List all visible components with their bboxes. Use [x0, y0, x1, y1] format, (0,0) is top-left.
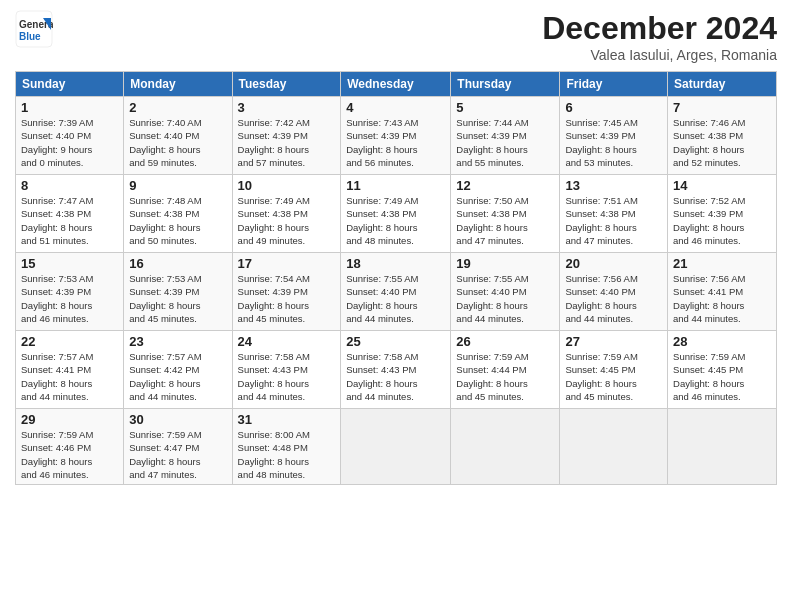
calendar-cell: 22Sunrise: 7:57 AM Sunset: 4:41 PM Dayli… — [16, 331, 124, 409]
day-number: 28 — [673, 334, 771, 349]
calendar-page: General Blue December 2024 Valea Iasului… — [0, 0, 792, 612]
day-info: Sunrise: 7:59 AM Sunset: 4:47 PM Dayligh… — [129, 428, 226, 481]
calendar-cell: 25Sunrise: 7:58 AM Sunset: 4:43 PM Dayli… — [341, 331, 451, 409]
day-info: Sunrise: 7:59 AM Sunset: 4:46 PM Dayligh… — [21, 428, 118, 481]
day-number: 5 — [456, 100, 554, 115]
calendar-cell: 4Sunrise: 7:43 AM Sunset: 4:39 PM Daylig… — [341, 97, 451, 175]
day-number: 9 — [129, 178, 226, 193]
day-number: 3 — [238, 100, 336, 115]
day-number: 26 — [456, 334, 554, 349]
day-info: Sunrise: 7:42 AM Sunset: 4:39 PM Dayligh… — [238, 116, 336, 169]
calendar-weekday-tuesday: Tuesday — [232, 72, 341, 97]
day-info: Sunrise: 7:56 AM Sunset: 4:41 PM Dayligh… — [673, 272, 771, 325]
calendar-week-4: 22Sunrise: 7:57 AM Sunset: 4:41 PM Dayli… — [16, 331, 777, 409]
day-info: Sunrise: 7:39 AM Sunset: 4:40 PM Dayligh… — [21, 116, 118, 169]
day-info: Sunrise: 7:45 AM Sunset: 4:39 PM Dayligh… — [565, 116, 662, 169]
day-number: 21 — [673, 256, 771, 271]
day-info: Sunrise: 7:54 AM Sunset: 4:39 PM Dayligh… — [238, 272, 336, 325]
day-number: 24 — [238, 334, 336, 349]
day-number: 30 — [129, 412, 226, 427]
day-number: 27 — [565, 334, 662, 349]
day-number: 6 — [565, 100, 662, 115]
day-info: Sunrise: 7:47 AM Sunset: 4:38 PM Dayligh… — [21, 194, 118, 247]
calendar-cell: 6Sunrise: 7:45 AM Sunset: 4:39 PM Daylig… — [560, 97, 668, 175]
month-title: December 2024 — [542, 10, 777, 47]
day-number: 29 — [21, 412, 118, 427]
header: General Blue December 2024 Valea Iasului… — [15, 10, 777, 63]
day-info: Sunrise: 7:43 AM Sunset: 4:39 PM Dayligh… — [346, 116, 445, 169]
calendar-cell: 11Sunrise: 7:49 AM Sunset: 4:38 PM Dayli… — [341, 175, 451, 253]
day-info: Sunrise: 7:48 AM Sunset: 4:38 PM Dayligh… — [129, 194, 226, 247]
calendar-cell: 21Sunrise: 7:56 AM Sunset: 4:41 PM Dayli… — [668, 253, 777, 331]
calendar-week-1: 1Sunrise: 7:39 AM Sunset: 4:40 PM Daylig… — [16, 97, 777, 175]
day-info: Sunrise: 7:57 AM Sunset: 4:41 PM Dayligh… — [21, 350, 118, 403]
day-info: Sunrise: 7:49 AM Sunset: 4:38 PM Dayligh… — [346, 194, 445, 247]
svg-text:Blue: Blue — [19, 31, 41, 42]
calendar-cell: 2Sunrise: 7:40 AM Sunset: 4:40 PM Daylig… — [124, 97, 232, 175]
calendar-cell — [668, 409, 777, 485]
calendar-cell: 9Sunrise: 7:48 AM Sunset: 4:38 PM Daylig… — [124, 175, 232, 253]
day-number: 2 — [129, 100, 226, 115]
day-number: 16 — [129, 256, 226, 271]
day-number: 20 — [565, 256, 662, 271]
calendar-weekday-thursday: Thursday — [451, 72, 560, 97]
calendar-cell: 13Sunrise: 7:51 AM Sunset: 4:38 PM Dayli… — [560, 175, 668, 253]
calendar-cell: 14Sunrise: 7:52 AM Sunset: 4:39 PM Dayli… — [668, 175, 777, 253]
day-info: Sunrise: 7:58 AM Sunset: 4:43 PM Dayligh… — [346, 350, 445, 403]
calendar-cell: 31Sunrise: 8:00 AM Sunset: 4:48 PM Dayli… — [232, 409, 341, 485]
day-info: Sunrise: 7:56 AM Sunset: 4:40 PM Dayligh… — [565, 272, 662, 325]
title-block: December 2024 Valea Iasului, Arges, Roma… — [542, 10, 777, 63]
day-info: Sunrise: 7:51 AM Sunset: 4:38 PM Dayligh… — [565, 194, 662, 247]
calendar-cell: 27Sunrise: 7:59 AM Sunset: 4:45 PM Dayli… — [560, 331, 668, 409]
location: Valea Iasului, Arges, Romania — [542, 47, 777, 63]
calendar-cell — [451, 409, 560, 485]
day-info: Sunrise: 7:55 AM Sunset: 4:40 PM Dayligh… — [346, 272, 445, 325]
day-number: 25 — [346, 334, 445, 349]
calendar-cell: 7Sunrise: 7:46 AM Sunset: 4:38 PM Daylig… — [668, 97, 777, 175]
calendar-cell: 24Sunrise: 7:58 AM Sunset: 4:43 PM Dayli… — [232, 331, 341, 409]
day-number: 7 — [673, 100, 771, 115]
calendar-week-5: 29Sunrise: 7:59 AM Sunset: 4:46 PM Dayli… — [16, 409, 777, 485]
calendar-cell — [341, 409, 451, 485]
day-number: 1 — [21, 100, 118, 115]
calendar-weekday-monday: Monday — [124, 72, 232, 97]
calendar-weekday-saturday: Saturday — [668, 72, 777, 97]
day-number: 14 — [673, 178, 771, 193]
calendar-cell: 15Sunrise: 7:53 AM Sunset: 4:39 PM Dayli… — [16, 253, 124, 331]
calendar-cell: 19Sunrise: 7:55 AM Sunset: 4:40 PM Dayli… — [451, 253, 560, 331]
calendar-cell — [560, 409, 668, 485]
calendar-table: SundayMondayTuesdayWednesdayThursdayFrid… — [15, 71, 777, 485]
calendar-cell: 10Sunrise: 7:49 AM Sunset: 4:38 PM Dayli… — [232, 175, 341, 253]
day-number: 18 — [346, 256, 445, 271]
calendar-cell: 23Sunrise: 7:57 AM Sunset: 4:42 PM Dayli… — [124, 331, 232, 409]
logo: General Blue — [15, 10, 53, 48]
day-number: 19 — [456, 256, 554, 271]
calendar-cell: 8Sunrise: 7:47 AM Sunset: 4:38 PM Daylig… — [16, 175, 124, 253]
day-number: 12 — [456, 178, 554, 193]
day-info: Sunrise: 7:46 AM Sunset: 4:38 PM Dayligh… — [673, 116, 771, 169]
day-info: Sunrise: 8:00 AM Sunset: 4:48 PM Dayligh… — [238, 428, 336, 481]
day-info: Sunrise: 7:52 AM Sunset: 4:39 PM Dayligh… — [673, 194, 771, 247]
calendar-weekday-sunday: Sunday — [16, 72, 124, 97]
calendar-cell: 12Sunrise: 7:50 AM Sunset: 4:38 PM Dayli… — [451, 175, 560, 253]
calendar-cell: 20Sunrise: 7:56 AM Sunset: 4:40 PM Dayli… — [560, 253, 668, 331]
day-info: Sunrise: 7:59 AM Sunset: 4:45 PM Dayligh… — [565, 350, 662, 403]
day-number: 11 — [346, 178, 445, 193]
calendar-cell: 29Sunrise: 7:59 AM Sunset: 4:46 PM Dayli… — [16, 409, 124, 485]
day-number: 13 — [565, 178, 662, 193]
day-info: Sunrise: 7:53 AM Sunset: 4:39 PM Dayligh… — [21, 272, 118, 325]
calendar-cell: 16Sunrise: 7:53 AM Sunset: 4:39 PM Dayli… — [124, 253, 232, 331]
logo-icon: General Blue — [15, 10, 53, 48]
day-info: Sunrise: 7:59 AM Sunset: 4:44 PM Dayligh… — [456, 350, 554, 403]
calendar-cell: 26Sunrise: 7:59 AM Sunset: 4:44 PM Dayli… — [451, 331, 560, 409]
calendar-cell: 5Sunrise: 7:44 AM Sunset: 4:39 PM Daylig… — [451, 97, 560, 175]
calendar-cell: 1Sunrise: 7:39 AM Sunset: 4:40 PM Daylig… — [16, 97, 124, 175]
calendar-cell: 30Sunrise: 7:59 AM Sunset: 4:47 PM Dayli… — [124, 409, 232, 485]
day-number: 31 — [238, 412, 336, 427]
day-info: Sunrise: 7:57 AM Sunset: 4:42 PM Dayligh… — [129, 350, 226, 403]
day-number: 22 — [21, 334, 118, 349]
calendar-week-3: 15Sunrise: 7:53 AM Sunset: 4:39 PM Dayli… — [16, 253, 777, 331]
day-info: Sunrise: 7:50 AM Sunset: 4:38 PM Dayligh… — [456, 194, 554, 247]
calendar-cell: 3Sunrise: 7:42 AM Sunset: 4:39 PM Daylig… — [232, 97, 341, 175]
calendar-cell: 17Sunrise: 7:54 AM Sunset: 4:39 PM Dayli… — [232, 253, 341, 331]
